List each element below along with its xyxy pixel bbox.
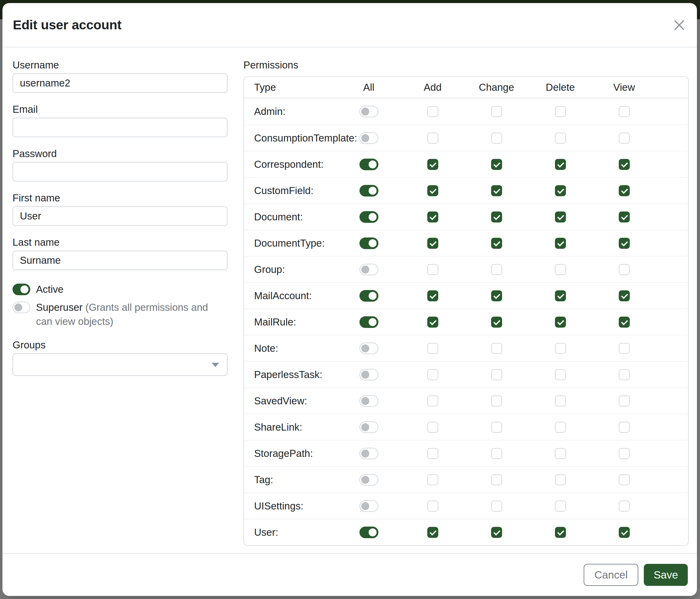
- delete-checkbox[interactable]: [555, 448, 566, 459]
- change-checkbox[interactable]: [491, 422, 502, 433]
- change-checkbox[interactable]: [491, 501, 502, 511]
- all-toggle[interactable]: [359, 316, 378, 328]
- delete-checkbox[interactable]: [555, 317, 566, 328]
- permission-type-label: PaperlessTask:: [244, 369, 337, 381]
- change-checkbox[interactable]: [491, 290, 502, 301]
- change-checkbox[interactable]: [491, 396, 502, 406]
- change-checkbox[interactable]: [491, 238, 502, 249]
- delete-checkbox[interactable]: [555, 369, 566, 380]
- change-checkbox[interactable]: [491, 369, 502, 380]
- view-checkbox[interactable]: [619, 290, 630, 301]
- superuser-toggle[interactable]: [12, 302, 30, 313]
- view-checkbox[interactable]: [619, 474, 630, 485]
- delete-checkbox[interactable]: [555, 501, 566, 511]
- view-checkbox[interactable]: [619, 527, 630, 538]
- delete-checkbox[interactable]: [555, 396, 566, 406]
- change-checkbox[interactable]: [491, 106, 502, 117]
- add-checkbox[interactable]: [427, 290, 438, 301]
- add-checkbox[interactable]: [427, 369, 438, 380]
- add-checkbox[interactable]: [427, 501, 438, 511]
- add-checkbox[interactable]: [427, 106, 438, 117]
- change-checkbox[interactable]: [491, 212, 502, 222]
- delete-checkbox[interactable]: [555, 422, 566, 433]
- add-checkbox[interactable]: [427, 317, 438, 328]
- change-checkbox[interactable]: [491, 185, 502, 196]
- username-input[interactable]: [12, 73, 227, 93]
- permission-type-label: StoragePath:: [244, 448, 337, 459]
- cancel-button[interactable]: Cancel: [584, 564, 638, 586]
- view-checkbox[interactable]: [619, 396, 630, 406]
- permission-type-label: UISettings:: [244, 500, 337, 512]
- view-checkbox[interactable]: [619, 133, 630, 144]
- all-toggle[interactable]: [359, 106, 378, 117]
- view-checkbox[interactable]: [619, 317, 630, 328]
- all-toggle[interactable]: [359, 448, 378, 459]
- change-checkbox[interactable]: [491, 133, 502, 144]
- add-checkbox[interactable]: [427, 527, 438, 538]
- delete-checkbox[interactable]: [555, 133, 566, 144]
- all-toggle[interactable]: [359, 474, 378, 486]
- view-checkbox[interactable]: [619, 159, 630, 170]
- all-toggle[interactable]: [359, 264, 378, 275]
- all-toggle[interactable]: [359, 369, 378, 381]
- password-input[interactable]: [12, 162, 227, 182]
- delete-checkbox[interactable]: [555, 238, 566, 249]
- view-checkbox[interactable]: [619, 448, 630, 459]
- email-input[interactable]: [12, 118, 227, 137]
- all-toggle[interactable]: [359, 342, 378, 354]
- all-toggle[interactable]: [359, 290, 378, 302]
- all-toggle[interactable]: [359, 185, 378, 196]
- all-toggle[interactable]: [359, 500, 378, 512]
- view-checkbox[interactable]: [619, 212, 630, 222]
- delete-checkbox[interactable]: [555, 185, 566, 196]
- change-checkbox[interactable]: [491, 343, 502, 354]
- last-name-input[interactable]: [12, 250, 227, 270]
- delete-checkbox[interactable]: [555, 264, 566, 275]
- add-checkbox[interactable]: [427, 396, 438, 406]
- add-checkbox[interactable]: [427, 185, 438, 196]
- view-checkbox[interactable]: [619, 106, 630, 117]
- view-checkbox[interactable]: [619, 422, 630, 433]
- view-checkbox[interactable]: [619, 369, 630, 380]
- add-checkbox[interactable]: [427, 474, 438, 485]
- add-checkbox[interactable]: [427, 422, 438, 433]
- view-checkbox[interactable]: [619, 343, 630, 354]
- change-checkbox[interactable]: [491, 159, 502, 170]
- active-toggle[interactable]: [12, 284, 30, 295]
- groups-select[interactable]: [12, 353, 227, 376]
- add-checkbox[interactable]: [427, 238, 438, 249]
- delete-checkbox[interactable]: [555, 106, 566, 117]
- delete-checkbox[interactable]: [555, 343, 566, 354]
- view-checkbox[interactable]: [619, 185, 630, 196]
- view-checkbox[interactable]: [619, 501, 630, 511]
- view-checkbox[interactable]: [619, 238, 630, 249]
- delete-checkbox[interactable]: [555, 474, 566, 485]
- save-button[interactable]: Save: [644, 564, 688, 586]
- delete-checkbox[interactable]: [555, 212, 566, 222]
- change-checkbox[interactable]: [491, 264, 502, 275]
- all-toggle[interactable]: [359, 422, 378, 433]
- add-checkbox[interactable]: [427, 264, 438, 275]
- delete-checkbox[interactable]: [555, 290, 566, 301]
- add-checkbox[interactable]: [427, 343, 438, 354]
- all-toggle[interactable]: [359, 211, 378, 223]
- all-toggle[interactable]: [359, 237, 378, 249]
- all-toggle[interactable]: [359, 527, 378, 538]
- change-checkbox[interactable]: [491, 448, 502, 459]
- all-toggle[interactable]: [359, 159, 378, 170]
- delete-checkbox[interactable]: [555, 527, 566, 538]
- all-toggle[interactable]: [359, 132, 378, 144]
- view-checkbox[interactable]: [619, 264, 630, 275]
- all-toggle[interactable]: [359, 395, 378, 407]
- close-button[interactable]: [671, 17, 688, 33]
- permission-type-label: CustomField:: [244, 185, 337, 196]
- first-name-input[interactable]: [12, 206, 227, 226]
- change-checkbox[interactable]: [491, 317, 502, 328]
- add-checkbox[interactable]: [427, 159, 438, 170]
- change-checkbox[interactable]: [491, 474, 502, 485]
- delete-checkbox[interactable]: [555, 159, 566, 170]
- add-checkbox[interactable]: [427, 133, 438, 144]
- add-checkbox[interactable]: [427, 448, 438, 459]
- add-checkbox[interactable]: [427, 212, 438, 222]
- change-checkbox[interactable]: [491, 527, 502, 538]
